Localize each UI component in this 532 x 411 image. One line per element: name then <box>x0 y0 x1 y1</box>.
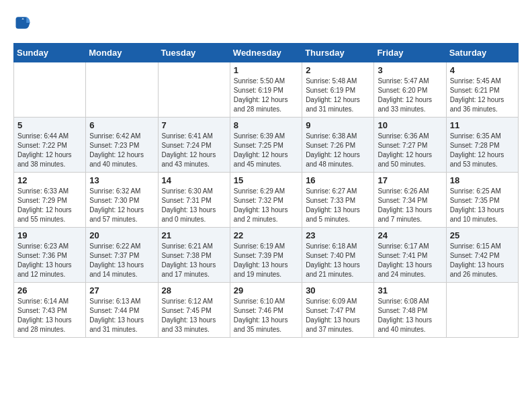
day-number: 21 <box>162 230 226 240</box>
day-number: 9 <box>306 120 370 130</box>
week-row-1: 1Sunrise: 5:50 AM Sunset: 6:19 PM Daylig… <box>14 62 519 118</box>
day-info: Sunrise: 6:32 AM Sunset: 7:30 PM Dayligh… <box>89 187 154 224</box>
calendar-table: SundayMondayTuesdayWednesdayThursdayFrid… <box>13 43 519 338</box>
day-cell-19: 19Sunrise: 6:23 AM Sunset: 7:36 PM Dayli… <box>14 228 86 283</box>
day-info: Sunrise: 6:35 AM Sunset: 7:28 PM Dayligh… <box>450 132 515 169</box>
day-number: 26 <box>17 285 82 295</box>
day-cell-16: 16Sunrise: 6:27 AM Sunset: 7:33 PM Dayli… <box>302 173 374 228</box>
day-cell-11: 11Sunrise: 6:35 AM Sunset: 7:28 PM Dayli… <box>446 118 518 173</box>
day-cell-20: 20Sunrise: 6:22 AM Sunset: 7:37 PM Dayli… <box>86 228 158 283</box>
day-info: Sunrise: 6:09 AM Sunset: 7:47 PM Dayligh… <box>306 297 370 334</box>
day-number: 29 <box>234 285 298 295</box>
logo <box>13 13 35 32</box>
day-cell-12: 12Sunrise: 6:33 AM Sunset: 7:29 PM Dayli… <box>14 173 86 228</box>
empty-cell <box>446 283 518 338</box>
day-cell-30: 30Sunrise: 6:09 AM Sunset: 7:47 PM Dayli… <box>302 283 374 338</box>
day-info: Sunrise: 6:30 AM Sunset: 7:31 PM Dayligh… <box>162 187 226 224</box>
day-cell-8: 8Sunrise: 6:39 AM Sunset: 7:25 PM Daylig… <box>230 118 302 173</box>
day-number: 3 <box>378 65 442 75</box>
day-cell-26: 26Sunrise: 6:14 AM Sunset: 7:43 PM Dayli… <box>14 283 86 338</box>
weekday-header-row: SundayMondayTuesdayWednesdayThursdayFrid… <box>14 44 519 62</box>
empty-cell <box>86 62 158 118</box>
day-number: 5 <box>17 120 82 130</box>
day-cell-28: 28Sunrise: 6:12 AM Sunset: 7:45 PM Dayli… <box>158 283 230 338</box>
day-number: 11 <box>450 120 515 130</box>
day-info: Sunrise: 6:29 AM Sunset: 7:32 PM Dayligh… <box>234 187 298 224</box>
week-row-3: 12Sunrise: 6:33 AM Sunset: 7:29 PM Dayli… <box>14 173 519 228</box>
day-number: 27 <box>89 285 154 295</box>
day-cell-14: 14Sunrise: 6:30 AM Sunset: 7:31 PM Dayli… <box>158 173 230 228</box>
day-cell-5: 5Sunrise: 6:44 AM Sunset: 7:22 PM Daylig… <box>14 118 86 173</box>
day-info: Sunrise: 6:13 AM Sunset: 7:44 PM Dayligh… <box>89 297 154 334</box>
day-info: Sunrise: 6:15 AM Sunset: 7:42 PM Dayligh… <box>450 242 515 279</box>
weekday-header-monday: Monday <box>86 44 158 62</box>
day-number: 25 <box>450 230 515 240</box>
day-cell-23: 23Sunrise: 6:18 AM Sunset: 7:40 PM Dayli… <box>302 228 374 283</box>
weekday-header-wednesday: Wednesday <box>230 44 302 62</box>
week-row-5: 26Sunrise: 6:14 AM Sunset: 7:43 PM Dayli… <box>14 283 519 338</box>
day-number: 1 <box>234 65 298 75</box>
day-info: Sunrise: 6:25 AM Sunset: 7:35 PM Dayligh… <box>450 187 515 224</box>
week-row-4: 19Sunrise: 6:23 AM Sunset: 7:36 PM Dayli… <box>14 228 519 283</box>
day-cell-25: 25Sunrise: 6:15 AM Sunset: 7:42 PM Dayli… <box>446 228 518 283</box>
day-cell-9: 9Sunrise: 6:38 AM Sunset: 7:26 PM Daylig… <box>302 118 374 173</box>
day-info: Sunrise: 6:39 AM Sunset: 7:25 PM Dayligh… <box>234 132 298 169</box>
day-cell-3: 3Sunrise: 5:47 AM Sunset: 6:20 PM Daylig… <box>374 62 446 118</box>
day-number: 7 <box>162 120 226 130</box>
day-number: 23 <box>306 230 370 240</box>
weekday-header-friday: Friday <box>374 44 446 62</box>
day-number: 4 <box>450 65 515 75</box>
day-info: Sunrise: 6:22 AM Sunset: 7:37 PM Dayligh… <box>89 242 154 279</box>
header <box>13 13 519 32</box>
day-cell-15: 15Sunrise: 6:29 AM Sunset: 7:32 PM Dayli… <box>230 173 302 228</box>
day-cell-27: 27Sunrise: 6:13 AM Sunset: 7:44 PM Dayli… <box>86 283 158 338</box>
day-info: Sunrise: 6:14 AM Sunset: 7:43 PM Dayligh… <box>17 297 82 334</box>
day-cell-13: 13Sunrise: 6:32 AM Sunset: 7:30 PM Dayli… <box>86 173 158 228</box>
day-cell-6: 6Sunrise: 6:42 AM Sunset: 7:23 PM Daylig… <box>86 118 158 173</box>
calendar-page: SundayMondayTuesdayWednesdayThursdayFrid… <box>0 0 532 345</box>
day-info: Sunrise: 6:18 AM Sunset: 7:40 PM Dayligh… <box>306 242 370 279</box>
day-number: 22 <box>234 230 298 240</box>
weekday-header-tuesday: Tuesday <box>158 44 230 62</box>
day-cell-7: 7Sunrise: 6:41 AM Sunset: 7:24 PM Daylig… <box>158 118 230 173</box>
day-info: Sunrise: 6:36 AM Sunset: 7:27 PM Dayligh… <box>378 132 442 169</box>
day-cell-18: 18Sunrise: 6:25 AM Sunset: 7:35 PM Dayli… <box>446 173 518 228</box>
day-cell-2: 2Sunrise: 5:48 AM Sunset: 6:19 PM Daylig… <box>302 62 374 118</box>
empty-cell <box>158 62 230 118</box>
weekday-header-thursday: Thursday <box>302 44 374 62</box>
day-number: 6 <box>89 120 154 130</box>
day-info: Sunrise: 6:33 AM Sunset: 7:29 PM Dayligh… <box>17 187 82 224</box>
day-cell-29: 29Sunrise: 6:10 AM Sunset: 7:46 PM Dayli… <box>230 283 302 338</box>
day-number: 13 <box>89 175 154 185</box>
day-info: Sunrise: 6:08 AM Sunset: 7:48 PM Dayligh… <box>378 297 442 334</box>
day-number: 12 <box>17 175 82 185</box>
day-cell-24: 24Sunrise: 6:17 AM Sunset: 7:41 PM Dayli… <box>374 228 446 283</box>
day-number: 24 <box>378 230 442 240</box>
day-cell-17: 17Sunrise: 6:26 AM Sunset: 7:34 PM Dayli… <box>374 173 446 228</box>
day-info: Sunrise: 5:47 AM Sunset: 6:20 PM Dayligh… <box>378 77 442 114</box>
week-row-2: 5Sunrise: 6:44 AM Sunset: 7:22 PM Daylig… <box>14 118 519 173</box>
day-info: Sunrise: 6:19 AM Sunset: 7:39 PM Dayligh… <box>234 242 298 279</box>
day-number: 30 <box>306 285 370 295</box>
day-info: Sunrise: 6:27 AM Sunset: 7:33 PM Dayligh… <box>306 187 370 224</box>
empty-cell <box>14 62 86 118</box>
day-info: Sunrise: 6:23 AM Sunset: 7:36 PM Dayligh… <box>17 242 82 279</box>
day-cell-4: 4Sunrise: 5:45 AM Sunset: 6:21 PM Daylig… <box>446 62 518 118</box>
day-number: 2 <box>306 65 370 75</box>
day-info: Sunrise: 6:38 AM Sunset: 7:26 PM Dayligh… <box>306 132 370 169</box>
day-info: Sunrise: 5:50 AM Sunset: 6:19 PM Dayligh… <box>234 77 298 114</box>
day-info: Sunrise: 6:44 AM Sunset: 7:22 PM Dayligh… <box>17 132 82 169</box>
day-cell-10: 10Sunrise: 6:36 AM Sunset: 7:27 PM Dayli… <box>374 118 446 173</box>
day-info: Sunrise: 6:17 AM Sunset: 7:41 PM Dayligh… <box>378 242 442 279</box>
day-number: 28 <box>162 285 226 295</box>
day-info: Sunrise: 6:12 AM Sunset: 7:45 PM Dayligh… <box>162 297 226 334</box>
day-cell-22: 22Sunrise: 6:19 AM Sunset: 7:39 PM Dayli… <box>230 228 302 283</box>
logo-icon <box>13 13 32 32</box>
day-number: 10 <box>378 120 442 130</box>
day-info: Sunrise: 6:10 AM Sunset: 7:46 PM Dayligh… <box>234 297 298 334</box>
day-number: 15 <box>234 175 298 185</box>
day-number: 20 <box>89 230 154 240</box>
weekday-header-saturday: Saturday <box>446 44 518 62</box>
day-number: 31 <box>378 285 442 295</box>
day-info: Sunrise: 6:21 AM Sunset: 7:38 PM Dayligh… <box>162 242 226 279</box>
